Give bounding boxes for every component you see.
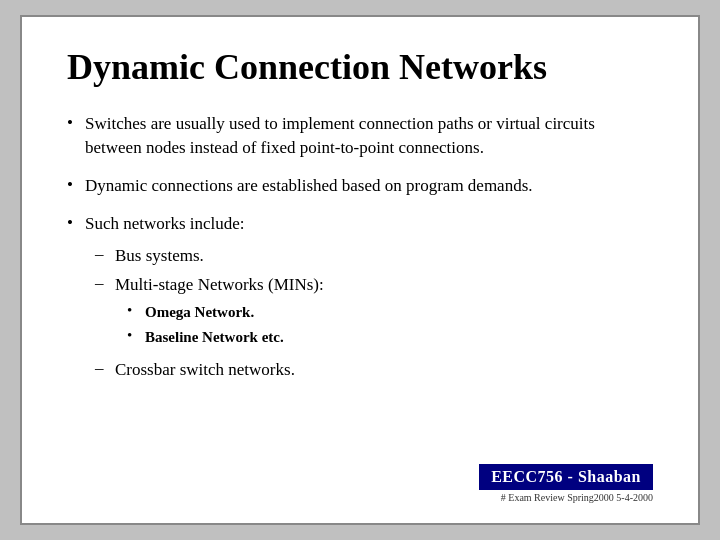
sub-sub-list: • Omega Network. • Baseline Network etc. [127,302,324,348]
sub-sub-item-1: • Omega Network. [127,302,324,323]
sub-list: – Bus systems. – Multi-stage Networks (M… [95,244,324,382]
sub-text-1: Bus systems. [115,244,204,268]
sub-dash-1: – [95,244,115,264]
slide-title: Dynamic Connection Networks [67,47,653,88]
sub-dash-2: – [95,273,115,293]
bullet-text-1: Switches are usually used to implement c… [85,112,653,160]
bullet-item-3: • Such networks include: – Bus systems. … [67,212,653,388]
sub-sub-text-2: Baseline Network etc. [145,327,284,348]
sub-sub-dot-2: • [127,327,145,344]
sub-item-1: – Bus systems. [95,244,324,268]
footer-badge: EECC756 - Shaaban [479,464,653,490]
sub-item-3: – Crossbar switch networks. [95,358,324,382]
slide-body: • Switches are usually used to implement… [67,112,653,456]
sub-text-3: Crossbar switch networks. [115,358,295,382]
bullet-text-2: Dynamic connections are established base… [85,174,533,198]
bullet-item-2: • Dynamic connections are established ba… [67,174,653,198]
slide: Dynamic Connection Networks • Switches a… [20,15,700,525]
sub-text-2: Multi-stage Networks (MINs): [115,275,324,294]
bullet-item-1: • Switches are usually used to implement… [67,112,653,160]
bullet-dot-2: • [67,174,85,195]
bullet-dot-3: • [67,212,85,233]
sub-sub-item-2: • Baseline Network etc. [127,327,324,348]
bullet-dot-1: • [67,112,85,133]
sub-sub-dot-1: • [127,302,145,319]
sub-dash-3: – [95,358,115,378]
slide-footer: EECC756 - Shaaban # Exam Review Spring20… [67,464,653,503]
sub-sub-text-1: Omega Network. [145,302,254,323]
bullet-text-3: Such networks include: [85,214,245,233]
sub-item-2: – Multi-stage Networks (MINs): • Omega N… [95,273,324,352]
footer-sub: # Exam Review Spring2000 5-4-2000 [501,492,653,503]
